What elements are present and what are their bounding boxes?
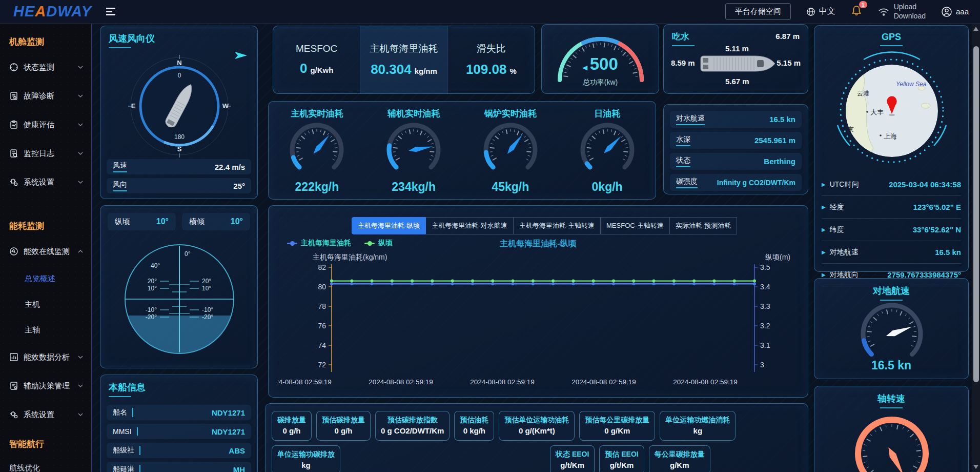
- status-row-label: 水深: [676, 135, 690, 146]
- scroll-down-icon[interactable]: [973, 465, 978, 469]
- gps-map[interactable]: Yellow Sea 云港 大丰 京 上海: [830, 48, 953, 171]
- arrow-right-icon: ▶: [822, 227, 826, 232]
- metric-card-value: g/Km: [655, 460, 705, 471]
- scroll-up-icon[interactable]: [973, 27, 978, 31]
- page-scrollbar[interactable]: [972, 24, 980, 472]
- energy-online-icon: [9, 247, 18, 256]
- wind-rows: 风速22.4 m/s风向25°: [107, 155, 251, 193]
- fuel-gauge-cell: 锅炉实时油耗45kg/h: [462, 105, 559, 199]
- legend-item[interactable]: 纵顷: [364, 239, 393, 248]
- chart-tab[interactable]: 实际油耗-预测油耗: [670, 217, 737, 234]
- chevron-down-icon: [78, 94, 83, 97]
- legend-item[interactable]: 主机每海里油耗: [287, 239, 351, 248]
- sidebar-item-label: 能效数据分析: [24, 352, 70, 362]
- status-row: 状态Berthing: [670, 153, 802, 170]
- chevron-down-icon: [78, 181, 83, 184]
- incline-0-label: 0°: [185, 250, 191, 258]
- gps-row-value: 2025-03-04 06:34:58: [889, 180, 961, 189]
- mesfoc-cell-value-row: 80.304kg/nm: [371, 62, 437, 77]
- status-row: 对水航速16.5 kn: [670, 111, 802, 128]
- fuel-gauge: [287, 120, 347, 182]
- compass-w-label: W: [222, 102, 229, 110]
- metric-card: 单位运输功燃油消耗kg: [660, 411, 736, 441]
- chart-tab[interactable]: 主机每海里油耗-主轴转速: [514, 217, 601, 234]
- gps-row-label: 纬度: [830, 225, 844, 234]
- line-chart-svg: 8280787674723.53.43.33.23.132024-08-08 0…: [278, 261, 798, 390]
- chart-tab[interactable]: MESFOC-主轴转速: [601, 217, 670, 234]
- status-row-value: Infinity g CO2/DWT/Km: [717, 179, 795, 187]
- incline-n10-left: -10°: [146, 306, 157, 313]
- storage-button[interactable]: 平台存储空间: [725, 3, 791, 20]
- chart-tab[interactable]: 主机每海里油耗-纵顷: [352, 217, 426, 234]
- metric-card-label: 预估碳排放指数: [381, 415, 444, 425]
- fuel-gauges: 主机实时油耗222kg/h辅机实时油耗234kg/h锅炉实时油耗45kg/h日油…: [269, 102, 656, 199]
- language-label: 中文: [819, 6, 835, 17]
- mesfoc-cell: 主机每海里油耗80.304kg/nm: [360, 26, 447, 93]
- ship-info-value: MH: [233, 465, 245, 472]
- mesfoc-cell-value-row: 0g/Kwh: [300, 61, 333, 76]
- compass-s-label: S: [177, 145, 182, 153]
- metric-card-value: 0 g/h: [322, 425, 365, 437]
- sidebar-item-label: 监控日志: [24, 149, 54, 159]
- shaft-speed-title: 轴转速: [814, 386, 968, 408]
- sidebar-item-fault-diagnosis[interactable]: 故障诊断: [9, 82, 91, 110]
- metric-card: 预估单位运输功油耗0 g/(Km*t): [499, 411, 575, 441]
- fuel-gauge-cell: 日油耗0kg/h: [559, 105, 656, 199]
- sidebar-item-label: 故障诊断: [24, 91, 54, 101]
- user-menu[interactable]: aaa: [941, 6, 969, 17]
- roll-chip: 横倾 10°: [182, 213, 250, 230]
- mesfoc-cell-value: 0: [300, 61, 307, 76]
- sidebar-item-system-settings-1[interactable]: 系统设置: [9, 168, 91, 196]
- sidebar-item-status-monitor[interactable]: 状态监测: [9, 53, 91, 82]
- draft-bottom-value: 5.67 m: [725, 77, 749, 86]
- wind-compass: N S E W 0 180: [125, 51, 234, 160]
- sidebar-subitem-main-shaft[interactable]: 主轴: [9, 317, 91, 343]
- mesfoc-cell-value: 109.08: [466, 62, 507, 77]
- status-row-label: 对水航速: [676, 114, 705, 125]
- gps-row-label: 经度: [830, 203, 844, 212]
- svg-text:3.5: 3.5: [760, 263, 770, 271]
- upload-download[interactable]: Upload Download: [877, 3, 926, 21]
- metric-card-value: 0 g/Km: [585, 425, 649, 437]
- wind-data-row: 风速22.4 m/s: [107, 159, 251, 174]
- language-switcher[interactable]: 中文: [806, 6, 835, 17]
- fault-diagnosis-icon: [9, 91, 18, 101]
- gps-row: ▶经度123°6'5.02" E: [822, 196, 961, 219]
- dashboard-root: HEADWAY 平台存储空间 中文 1: [0, 0, 980, 472]
- map-city-lianyungang: 云港: [857, 90, 869, 97]
- gps-row: ▶对地航速16.5 kn: [822, 241, 961, 264]
- line-chart: 8280787674723.53.43.33.23.132024-08-08 0…: [278, 261, 798, 392]
- incline-chips: 纵顷 10° 横倾 10°: [108, 213, 250, 230]
- notifications-button[interactable]: 1: [851, 5, 862, 18]
- metrics-panel: 碳排放量0 g/h预估碳排放量0 g/h预估碳排放指数0 g CO2/DWT/K…: [265, 403, 808, 472]
- sidebar-item-energy-analysis[interactable]: 能效数据分析: [9, 343, 91, 371]
- metric-card-value: g/t/Km: [556, 460, 589, 471]
- sidebar-subitem-main-engine[interactable]: 主机: [9, 291, 91, 317]
- metric-card-value: g/t/Km: [605, 460, 638, 471]
- legend-item-label: 主机每海里油耗: [301, 239, 351, 248]
- mesfoc-cell: MESFOC0g/Kwh: [273, 26, 360, 93]
- total-power-value: 500: [590, 54, 618, 73]
- draft-right-value: 5.15 m: [777, 58, 801, 67]
- compass-e-label: E: [131, 102, 136, 110]
- sidebar-item-health-evaluation[interactable]: 健康评估: [9, 110, 91, 139]
- sidebar-item-decision-management[interactable]: 辅助决策管理: [9, 371, 91, 400]
- sidebar-item-label: 系统设置: [24, 410, 54, 420]
- menu-toggle-icon[interactable]: [106, 8, 115, 15]
- sidebar-subitem-overview[interactable]: 总览概述: [9, 266, 91, 291]
- sidebar-item-route-optimization[interactable]: 航线优化: [9, 455, 91, 472]
- metric-card: 预估碳排放指数0 g CO2/DWT/Km: [375, 411, 450, 441]
- metric-card-value: 0 g/(Km*t): [504, 425, 569, 437]
- sidebar-item-energy-online[interactable]: 能效在线监测: [9, 237, 91, 266]
- chart-tab[interactable]: 主机每海里油耗-对水航速: [426, 217, 513, 234]
- sidebar-item-monitor-log[interactable]: 监控日志: [9, 139, 91, 168]
- incline-p20-right: 20°: [202, 278, 211, 285]
- sidebar-item-system-settings-2[interactable]: 系统设置: [9, 400, 91, 429]
- svg-text:2024-08-08 02:59:19: 2024-08-08 02:59:19: [673, 378, 737, 386]
- scrollbar-thumb[interactable]: [973, 46, 979, 382]
- sidebar-section-engine-room: 机舱监测: [9, 36, 91, 48]
- svg-text:3.1: 3.1: [760, 341, 770, 349]
- chevron-down-icon: [78, 123, 83, 126]
- chevron-down-icon: [78, 356, 83, 359]
- mesfoc-cells: MESFOC0g/Kwh主机每海里油耗80.304kg/nm滑失比109.08%: [273, 26, 535, 93]
